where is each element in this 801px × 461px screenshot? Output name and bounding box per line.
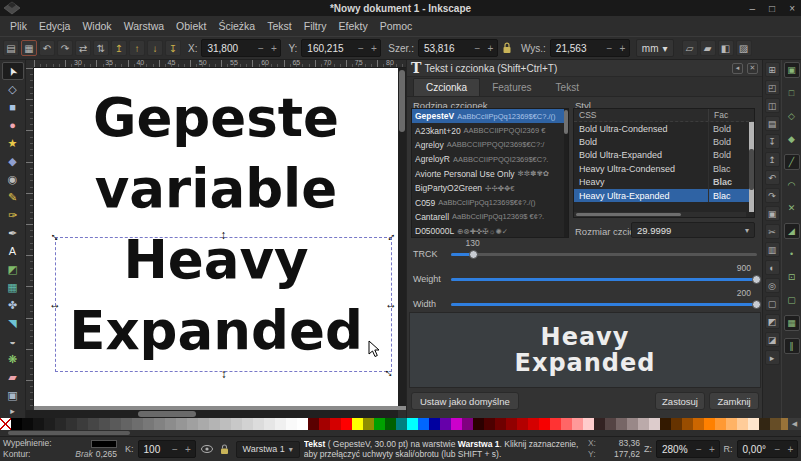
selection-handle-n[interactable]: ↕ bbox=[220, 230, 226, 240]
color-swatch[interactable] bbox=[11, 418, 22, 430]
height-increment-button[interactable]: + bbox=[616, 43, 629, 54]
zoom-increment-button[interactable]: + bbox=[706, 444, 719, 455]
font-row[interactable]: Aviorte Personal Use Only✻✼✽✾✿ bbox=[412, 167, 568, 181]
color-swatch[interactable] bbox=[209, 418, 220, 430]
no-color-swatch[interactable] bbox=[0, 418, 11, 430]
zoom-decrement-button[interactable]: − bbox=[693, 444, 706, 455]
fill-stroke-icon[interactable]: ◐ bbox=[765, 260, 780, 275]
paint-bucket-tool[interactable]: ◥ bbox=[2, 314, 24, 332]
color-swatch[interactable] bbox=[517, 418, 528, 430]
layer-lock-icon[interactable] bbox=[218, 442, 232, 456]
color-swatch[interactable] bbox=[154, 418, 165, 430]
font-list-scrollbar[interactable] bbox=[564, 109, 568, 237]
style-list-hscrollbar[interactable] bbox=[574, 212, 746, 217]
font-row[interactable]: CantarellAaBbCcIiPpQq12369$ €¢?. bbox=[412, 210, 568, 224]
color-swatch[interactable] bbox=[77, 418, 88, 430]
color-swatch[interactable] bbox=[132, 418, 143, 430]
font-row[interactable]: D050000L⊕⊗✚✜✠☼✺✓ bbox=[412, 224, 568, 238]
color-swatch[interactable] bbox=[605, 418, 616, 430]
color-swatch[interactable] bbox=[187, 418, 198, 430]
menu-item-6[interactable]: Tekst bbox=[261, 20, 298, 32]
y-input[interactable]: 160,215 bbox=[302, 43, 354, 54]
snap-midpoints-icon[interactable]: ⊡ bbox=[784, 269, 800, 285]
zoom-input[interactable]: 280% bbox=[657, 444, 693, 455]
set-default-button[interactable]: Ustaw jako domyślne bbox=[411, 392, 519, 410]
eraser-tool[interactable]: ▰ bbox=[2, 368, 24, 386]
snap-guides-icon[interactable]: ∥ bbox=[784, 338, 800, 354]
color-swatch[interactable] bbox=[572, 418, 583, 430]
snap-grid-icon[interactable]: ▦ bbox=[784, 315, 800, 331]
style-row[interactable]: HeavyBlac bbox=[574, 176, 754, 189]
color-swatch[interactable] bbox=[484, 418, 495, 430]
palette-scroll-left-icon[interactable]: ◀ bbox=[788, 418, 801, 430]
close-button[interactable]: × bbox=[789, 3, 795, 14]
rectangle-tool[interactable]: ■ bbox=[2, 98, 24, 116]
color-swatch[interactable] bbox=[165, 418, 176, 430]
menu-item-0[interactable]: Plik bbox=[4, 20, 33, 32]
select-all-layers-icon[interactable]: ▦ bbox=[21, 40, 37, 56]
style-list-vscrollbar[interactable] bbox=[749, 122, 754, 212]
font-size-select[interactable]: 29.9999▾ bbox=[631, 222, 755, 238]
opacity-increment-button[interactable]: + bbox=[182, 444, 195, 455]
toolbox-overflow-icon[interactable]: ▸ bbox=[10, 406, 15, 416]
x-input[interactable]: 31,800 bbox=[202, 43, 254, 54]
color-swatch[interactable] bbox=[275, 418, 286, 430]
menu-item-3[interactable]: Warstwa bbox=[118, 20, 170, 32]
lower-to-bottom-icon[interactable]: ↧ bbox=[165, 40, 181, 56]
color-swatch[interactable] bbox=[693, 418, 704, 430]
width-slider-handle[interactable] bbox=[752, 300, 761, 309]
color-swatch[interactable] bbox=[407, 418, 418, 430]
color-swatch[interactable] bbox=[682, 418, 693, 430]
width-input[interactable]: 53,816 bbox=[419, 43, 471, 54]
selection-box[interactable]: ↔↕↔↔↔↔↕↔ bbox=[55, 237, 392, 372]
color-swatch[interactable] bbox=[385, 418, 396, 430]
color-swatch[interactable] bbox=[363, 418, 374, 430]
rotate-ccw-icon[interactable]: ↶ bbox=[39, 40, 55, 56]
color-swatch[interactable] bbox=[297, 418, 308, 430]
color-swatch[interactable] bbox=[242, 418, 253, 430]
rotation-increment-button[interactable]: + bbox=[784, 444, 797, 455]
transform-corners-icon[interactable]: ▰ bbox=[700, 40, 716, 56]
weight-slider-track[interactable] bbox=[451, 278, 757, 281]
maximize-button[interactable]: □ bbox=[769, 3, 775, 14]
color-swatch[interactable] bbox=[440, 418, 451, 430]
color-swatch[interactable] bbox=[759, 418, 770, 430]
selection-handle-sw[interactable]: ↔ bbox=[97, 246, 349, 406]
tab-features[interactable]: Features bbox=[480, 79, 543, 96]
font-row[interactable]: BigPartyO2Green✢✣✤✥€ bbox=[412, 181, 568, 195]
color-swatch[interactable] bbox=[121, 418, 132, 430]
rotation-input[interactable]: 0,00° bbox=[738, 444, 771, 455]
color-swatch[interactable] bbox=[528, 418, 539, 430]
snap-paths-icon[interactable]: ◠ bbox=[784, 177, 800, 193]
y-increment-button[interactable]: + bbox=[367, 43, 380, 54]
node-editor-tool[interactable]: ◇ bbox=[2, 80, 24, 98]
flip-horizontal-icon[interactable]: ⇄ bbox=[75, 40, 91, 56]
color-swatch[interactable] bbox=[429, 418, 440, 430]
trck-slider-track[interactable] bbox=[451, 253, 757, 256]
snap-smooth-nodes-icon[interactable]: • bbox=[784, 246, 800, 262]
trck-slider-handle[interactable] bbox=[469, 250, 478, 259]
open-document-icon[interactable]: ◰ bbox=[765, 80, 780, 95]
save-document-icon[interactable]: ◫ bbox=[765, 98, 780, 113]
color-swatch[interactable] bbox=[539, 418, 550, 430]
color-swatch[interactable] bbox=[451, 418, 462, 430]
color-swatch[interactable] bbox=[473, 418, 484, 430]
selection-handle-s[interactable]: ↕ bbox=[221, 369, 227, 379]
raise-to-top-icon[interactable]: ↥ bbox=[111, 40, 127, 56]
style-row[interactable]: Bold Ultra-ExpandedBold bbox=[574, 149, 754, 162]
star-tool[interactable]: ★ bbox=[2, 134, 24, 152]
color-swatch[interactable] bbox=[143, 418, 154, 430]
color-swatch[interactable] bbox=[88, 418, 99, 430]
font-row[interactable]: AgreloyAABBCCIIPPQQI2369$€C?:/ bbox=[412, 138, 568, 152]
transform-stroke-icon[interactable]: ▱ bbox=[682, 40, 698, 56]
font-row[interactable]: GepesteVAaBbCcIiPpQq12369$€C?./() bbox=[412, 109, 568, 123]
transform-gradient-icon[interactable]: ◧ bbox=[718, 40, 734, 56]
tab-czcionka[interactable]: Czcionka bbox=[413, 78, 480, 96]
style-row[interactable]: BoldBold bbox=[574, 135, 754, 148]
print-icon[interactable]: ▤ bbox=[765, 116, 780, 131]
snap-cusp-nodes-icon[interactable]: ◢ bbox=[784, 223, 800, 239]
color-swatch[interactable] bbox=[374, 418, 385, 430]
minimize-button[interactable]: – bbox=[750, 3, 756, 14]
color-swatch[interactable] bbox=[660, 418, 671, 430]
height-input[interactable]: 21,563 bbox=[551, 43, 603, 54]
